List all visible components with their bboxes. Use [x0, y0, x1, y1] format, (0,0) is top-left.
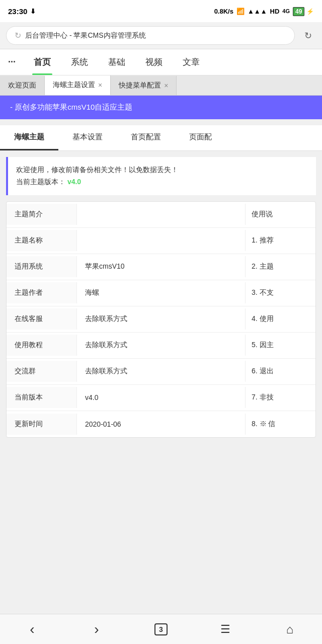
tab-theme-settings[interactable]: 海螺主题设置 × [45, 75, 111, 96]
table-row: 在线客服 去除联系方式 4. 使用 [7, 306, 315, 333]
url-input[interactable]: ↻ 后台管理中心 - 苹果CMS内容管理系统 [6, 26, 295, 45]
info-label-tutorial: 使用教程 [7, 335, 77, 356]
notice-version-value: v4.0 [67, 178, 81, 186]
theme-tab-main[interactable]: 海螺主题 [0, 125, 58, 150]
tab-theme-close[interactable]: × [98, 82, 102, 89]
menu-icon: ☰ [220, 623, 230, 636]
tab-bar: 欢迎页面 海螺主题设置 × 快捷菜单配置 × [0, 75, 322, 96]
home-button[interactable]: ⌂ [258, 614, 322, 644]
table-row: 主题名称 1. 推荐 [7, 228, 315, 254]
nav-menu: ··· 首页 系统 基础 视频 文章 [0, 49, 322, 75]
network-type: HD [270, 8, 280, 15]
info-value-group: 去除联系方式 [77, 361, 245, 382]
tab-welcome-label: 欢迎页面 [8, 81, 36, 90]
info-table: 主题简介 使用说 主题名称 1. 推荐 适用系统 苹果cmsV10 2. 主题 … [6, 201, 316, 438]
download-icon: ⬇ [30, 8, 36, 15]
notice-box: 欢迎使用，修改前请备份相关文件！以免数据丢失！ 当前主题版本： v4.0 [6, 157, 316, 195]
info-label-version: 当前版本 [7, 387, 77, 408]
nav-item-system[interactable]: 系统 [61, 49, 98, 75]
info-extra-tutorial: 5. 因主 [245, 335, 315, 356]
table-row: 当前版本 v4.0 7. 非技 [7, 385, 315, 411]
status-time: 23:30 [8, 7, 27, 16]
info-label-name: 主题名称 [7, 230, 77, 251]
info-extra-intro: 使用说 [245, 204, 315, 225]
table-row: 主题简介 使用说 [7, 202, 315, 228]
address-bar: ↻ 后台管理中心 - 苹果CMS内容管理系统 ↻ [0, 22, 322, 49]
nav-more-button[interactable]: ··· [0, 57, 24, 67]
home-icon: ⌂ [286, 622, 294, 636]
info-label-intro: 主题简介 [7, 204, 77, 225]
menu-button[interactable]: ☰ [193, 614, 258, 644]
info-extra-version: 7. 非技 [245, 387, 315, 408]
bottom-nav: ‹ › 3 ☰ ⌂ [0, 614, 322, 644]
table-row: 主题作者 海螺 3. 不支 [7, 280, 315, 306]
nav-item-video[interactable]: 视频 [135, 49, 173, 75]
info-extra-system: 2. 主题 [245, 256, 315, 277]
theme-tabs: 海螺主题 基本设置 首页配置 页面配 [0, 125, 322, 151]
info-value-update: 2020-01-06 [77, 414, 245, 434]
tabs-button[interactable]: 3 [129, 614, 193, 644]
info-label-support: 在线客服 [7, 308, 77, 330]
info-extra-support: 4. 使用 [245, 308, 315, 330]
battery-icon: 49 ⚡ [293, 8, 314, 15]
info-value-intro [77, 208, 245, 220]
tab-theme-label: 海螺主题设置 [53, 80, 95, 90]
info-label-update: 更新时间 [7, 414, 77, 435]
network-speed: 0.8K/s [214, 8, 233, 15]
theme-tab-home[interactable]: 首页配置 [117, 125, 175, 150]
banner: - 原创多功能苹果cmsV10自适应主题 [0, 96, 322, 119]
nav-item-article[interactable]: 文章 [173, 49, 210, 75]
theme-tab-page[interactable]: 页面配 [175, 125, 226, 150]
table-row: 交流群 去除联系方式 6. 退出 [7, 359, 315, 385]
info-value-system: 苹果cmsV10 [77, 256, 245, 277]
back-button[interactable]: ‹ [0, 614, 64, 644]
info-value-support: 去除联系方式 [77, 308, 245, 330]
tab-quick-label: 快捷菜单配置 [119, 81, 161, 90]
table-row: 使用教程 去除联系方式 5. 因主 [7, 333, 315, 359]
bluetooth-icon: 📶 [236, 8, 245, 15]
info-value-author: 海螺 [77, 282, 245, 303]
info-label-author: 主题作者 [7, 282, 77, 303]
info-extra-name: 1. 推荐 [245, 230, 315, 251]
table-row: 更新时间 2020-01-06 8. ※ 信 [7, 411, 315, 437]
sim-icon: 4G [282, 8, 290, 14]
tabs-icon: 3 [154, 623, 168, 635]
theme-tab-basic[interactable]: 基本设置 [58, 125, 117, 150]
nav-item-home[interactable]: 首页 [24, 49, 61, 75]
status-bar: 23:30 ⬇ 0.8K/s 📶 ▲▲▲ HD 4G 49 ⚡ [0, 0, 322, 22]
info-value-version: v4.0 [77, 387, 245, 408]
nav-item-basic[interactable]: 基础 [98, 49, 135, 75]
forward-icon: › [94, 621, 99, 637]
info-label-group: 交流群 [7, 361, 77, 382]
notice-main-text: 欢迎使用，修改前请备份相关文件！以免数据丢失！ [16, 164, 308, 176]
info-value-name [77, 234, 245, 247]
info-extra-update: 8. ※ 信 [245, 414, 315, 435]
info-value-tutorial: 去除联系方式 [77, 335, 245, 356]
info-extra-author: 3. 不支 [245, 282, 315, 303]
tab-quick-menu[interactable]: 快捷菜单配置 × [111, 76, 177, 95]
notice-version-line: 当前主题版本： v4.0 [16, 176, 308, 188]
table-row: 适用系统 苹果cmsV10 2. 主题 [7, 254, 315, 280]
tab-welcome[interactable]: 欢迎页面 [0, 76, 45, 95]
refresh-left-icon: ↻ [15, 31, 21, 40]
refresh-button[interactable]: ↻ [300, 28, 316, 44]
signal-icon: ▲▲▲ [248, 8, 267, 15]
info-extra-group: 6. 退出 [245, 361, 315, 382]
url-text: 后台管理中心 - 苹果CMS内容管理系统 [25, 31, 286, 40]
back-icon: ‹ [30, 621, 34, 637]
forward-button[interactable]: › [64, 614, 129, 644]
tab-quick-close[interactable]: × [164, 82, 168, 89]
info-label-system: 适用系统 [7, 256, 77, 277]
banner-text: - 原创多功能苹果cmsV10自适应主题 [10, 103, 132, 111]
notice-version-label: 当前主题版本： [16, 178, 65, 186]
